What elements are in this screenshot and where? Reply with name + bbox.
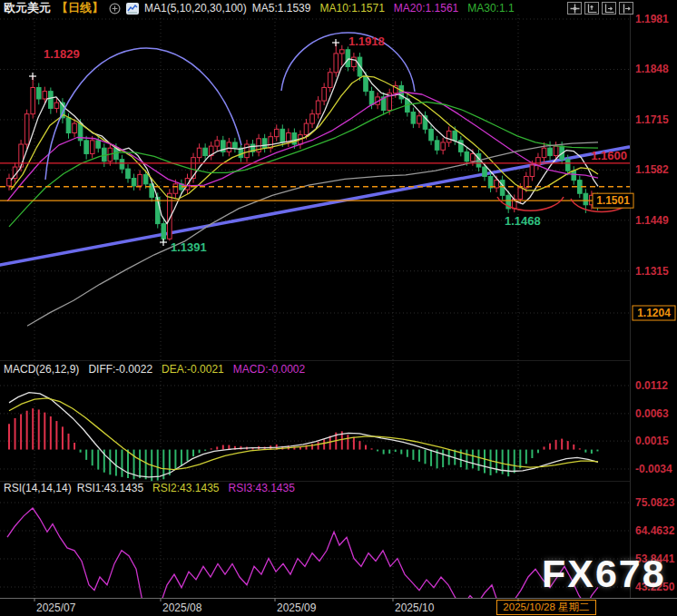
chart-toolbar bbox=[567, 2, 633, 15]
chart-type-icon[interactable] bbox=[126, 3, 139, 15]
candle-body bbox=[536, 158, 541, 165]
candle-body bbox=[227, 142, 231, 152]
candle-body bbox=[483, 167, 487, 176]
candle-body bbox=[49, 92, 54, 109]
candle-body bbox=[36, 87, 41, 99]
macd-axis-label: 0.0015 bbox=[635, 435, 669, 447]
candle-body bbox=[96, 141, 101, 148]
month-label: 2025/07 bbox=[36, 601, 76, 614]
candle-body bbox=[143, 174, 148, 183]
candle-body bbox=[25, 114, 29, 144]
candle-body bbox=[322, 87, 327, 101]
ma-value-labels: MA5:1.1539MA10:1.1571MA20:1.1561MA30:1.1 bbox=[252, 2, 515, 15]
macd-dea-value: DEA:-0.0021 bbox=[162, 363, 224, 376]
candle-body bbox=[369, 92, 374, 105]
candle-body bbox=[73, 123, 77, 132]
macd-title: MACD(26,12,9) bbox=[4, 363, 79, 376]
rsi-indicator-header: RSI(14,14,14) RSI1:43.1435 RSI2:43.1435 … bbox=[4, 482, 295, 494]
candle-body bbox=[417, 116, 422, 123]
ascending-trendline bbox=[0, 147, 629, 265]
macd-axis-label: 0.0063 bbox=[635, 407, 669, 420]
candle-body bbox=[453, 131, 457, 140]
rsi3-value: RSI3:43.1435 bbox=[229, 482, 295, 494]
candle-body bbox=[429, 129, 434, 141]
candle-body bbox=[162, 224, 166, 240]
price-annotation: 1.1391 bbox=[171, 240, 207, 254]
candle-body bbox=[441, 142, 446, 150]
candle-body bbox=[173, 184, 178, 193]
price-axis: 1.19811.18481.17151.15821.14491.13151.15… bbox=[593, 13, 675, 593]
candle-body bbox=[446, 131, 451, 142]
main-price-panel bbox=[0, 43, 630, 326]
macd-macd-value: MACD:-0.0002 bbox=[233, 363, 305, 376]
candle-body bbox=[554, 146, 558, 155]
candle-body bbox=[138, 174, 142, 186]
candle-body bbox=[316, 101, 320, 114]
candle-body bbox=[542, 148, 546, 157]
candle-body bbox=[530, 165, 535, 177]
price-axis-label: 1.1848 bbox=[635, 63, 669, 75]
candle-body bbox=[584, 193, 588, 205]
rsi1-value: RSI1:43.1435 bbox=[77, 482, 143, 494]
axis-forward-icon[interactable] bbox=[602, 2, 616, 15]
rsi2-value: RSI2:43.1435 bbox=[152, 482, 219, 494]
last-date-label: 2025/10/28 星期二 bbox=[496, 600, 596, 615]
candles-layer bbox=[7, 43, 600, 242]
candle-body bbox=[233, 142, 238, 148]
candle-body bbox=[126, 169, 131, 178]
candle-body bbox=[54, 103, 59, 108]
pan-tool-icon[interactable] bbox=[567, 2, 582, 15]
candle-body bbox=[280, 129, 285, 142]
ma-indicator-label: MA10:1.1571 bbox=[319, 2, 384, 15]
timeframe-tag[interactable]: 【日线】 bbox=[56, 0, 103, 16]
candle-body bbox=[465, 152, 469, 161]
candle-body bbox=[340, 50, 345, 54]
candle-body bbox=[7, 179, 12, 186]
ma-line-ma10 bbox=[11, 76, 598, 200]
price-annotation: 1.1468 bbox=[505, 214, 541, 228]
chart-canvas[interactable]: 1.18291.19181.13911.14681.16001.19811.18… bbox=[0, 0, 677, 616]
candle-body bbox=[364, 76, 368, 92]
price-axis-label: 1.1582 bbox=[635, 163, 669, 176]
candle-body bbox=[90, 141, 94, 154]
candle-body bbox=[471, 153, 476, 161]
candle-body bbox=[310, 114, 315, 123]
month-label: 2025/09 bbox=[277, 601, 317, 614]
candle-body bbox=[84, 141, 89, 154]
candle-body bbox=[334, 54, 338, 73]
candle-body bbox=[31, 87, 35, 113]
price-alert-label: 1.1204 bbox=[637, 307, 671, 319]
macd-diff-value: DIFF:-0.0022 bbox=[88, 363, 152, 376]
collapse-panel-icon[interactable] bbox=[619, 2, 633, 15]
price-axis-label: 1.1715 bbox=[635, 113, 669, 126]
rsi-axis-label: 43.2250 bbox=[635, 581, 675, 593]
candle-body bbox=[197, 148, 201, 157]
month-label: 2025/08 bbox=[162, 601, 202, 614]
price-axis-label: 1.1315 bbox=[635, 265, 669, 278]
candle-body bbox=[262, 139, 267, 148]
circle-plus-icon[interactable] bbox=[109, 3, 121, 15]
candle-body bbox=[304, 123, 309, 135]
candle-body bbox=[572, 171, 576, 180]
candle-body bbox=[292, 133, 297, 145]
price-annotation: 1.1918 bbox=[348, 34, 385, 48]
candle-body bbox=[43, 92, 47, 99]
rsi-axis-label: 64.4632 bbox=[635, 524, 675, 537]
price-axis-label: 1.1449 bbox=[635, 214, 669, 227]
candle-body bbox=[352, 57, 357, 66]
candle-body bbox=[274, 129, 279, 136]
candle-body bbox=[565, 160, 570, 171]
candle-body bbox=[132, 179, 136, 186]
candle-body bbox=[215, 141, 220, 146]
ma-indicator-label: MA5:1.1539 bbox=[252, 2, 311, 15]
ma-settings-label: MA1(5,10,20,30,100) bbox=[144, 2, 247, 15]
ma-indicator-label: MA20:1.1561 bbox=[394, 2, 458, 15]
candle-body bbox=[328, 73, 332, 88]
price-annotation: 1.1829 bbox=[44, 47, 80, 61]
symbol-name: 欧元美元 bbox=[4, 0, 51, 16]
macd-indicator-header: MACD(26,12,9) DIFF:-0.0022 DEA:-0.0021 M… bbox=[4, 363, 305, 376]
candle-body bbox=[203, 148, 208, 155]
macd-panel bbox=[9, 393, 598, 482]
axis-scale-icon[interactable] bbox=[584, 2, 599, 15]
price-annotation: 1.1600 bbox=[591, 149, 627, 162]
